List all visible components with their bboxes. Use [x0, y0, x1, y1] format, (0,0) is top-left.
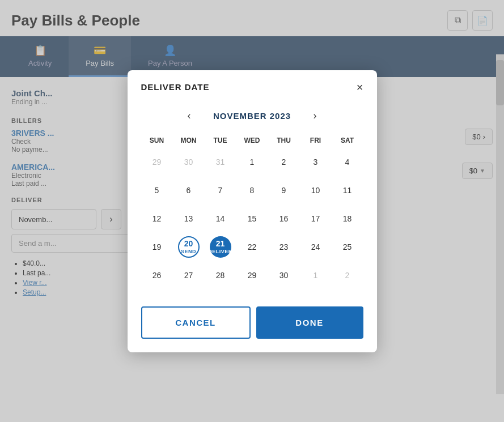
- day-18-cell[interactable]: 18: [337, 208, 358, 229]
- calendar-cell-w5d4: 29: [236, 261, 268, 289]
- calendar-cell-w5d3: 28: [205, 261, 236, 289]
- calendar-week-5: 262728293012: [141, 261, 363, 289]
- month-label: NOVEMBER 2023: [207, 111, 298, 121]
- calendar-cell-w4d3: 21DELIVER: [205, 233, 236, 261]
- day-27-cell[interactable]: 27: [178, 265, 200, 286]
- calendar-cell-w1d4: 1: [236, 148, 268, 176]
- day-30-cell[interactable]: 30: [273, 265, 295, 286]
- day-13-number: 13: [184, 214, 193, 223]
- calendar-cell-w2d1: 5: [141, 176, 173, 204]
- day-19-cell[interactable]: 19: [146, 236, 168, 258]
- next-month-button[interactable]: ›: [309, 108, 321, 124]
- day-2-cell[interactable]: 2: [273, 151, 295, 173]
- cancel-button[interactable]: CANCEL: [141, 306, 251, 339]
- day-30-number: 30: [279, 271, 289, 280]
- day-11-number: 11: [343, 186, 352, 195]
- calendar-cell-w4d7: 25: [332, 233, 363, 261]
- day-14-number: 14: [216, 214, 225, 223]
- day-16-number: 16: [279, 214, 289, 223]
- calendar-cell-w4d5: 23: [268, 233, 300, 261]
- calendar-cell-w3d7: 18: [332, 204, 363, 233]
- day-29-number: 29: [153, 157, 162, 167]
- calendar-cell-w4d2: 20SEND: [173, 233, 205, 261]
- day-24-cell[interactable]: 24: [305, 236, 327, 258]
- modal-close-button[interactable]: ×: [357, 82, 363, 93]
- day-30-number: 30: [184, 157, 193, 167]
- done-button[interactable]: DONE: [256, 306, 363, 339]
- calendar-cell-w2d7: 11: [332, 176, 363, 204]
- day-8-number: 8: [250, 186, 255, 195]
- day-15-number: 15: [248, 214, 257, 223]
- day-28-number: 28: [216, 271, 225, 280]
- day-31-number: 31: [216, 157, 225, 167]
- day-20-number: 20: [184, 239, 193, 248]
- calendar-cell-w2d4: 8: [236, 176, 268, 204]
- dow-sat: SAT: [332, 133, 363, 148]
- day-11-cell[interactable]: 11: [337, 180, 358, 201]
- calendar-cell-w3d3: 14: [205, 204, 236, 233]
- calendar-cell-w2d6: 10: [300, 176, 332, 204]
- day-10-number: 10: [311, 186, 320, 195]
- day-19-number: 19: [153, 242, 162, 252]
- calendar-header-row: SUN MON TUE WED THU FRI SAT: [141, 133, 363, 148]
- day-3-cell[interactable]: 3: [305, 151, 327, 173]
- day-6-cell[interactable]: 6: [178, 180, 200, 201]
- modal-body: ‹ NOVEMBER 2023 › SUN MON TUE WED THU FR…: [128, 102, 377, 301]
- day-15-cell[interactable]: 15: [242, 208, 263, 229]
- day-21-cell[interactable]: 21DELIVER: [210, 236, 231, 258]
- day-30-cell[interactable]: 30: [178, 151, 200, 173]
- day-12-cell[interactable]: 12: [146, 208, 168, 229]
- day-21-number: 21: [216, 239, 225, 248]
- day-2-number: 2: [282, 157, 286, 167]
- day-23-number: 23: [279, 242, 289, 252]
- day-22-cell[interactable]: 22: [242, 236, 263, 258]
- day-1-number: 1: [314, 271, 318, 280]
- day-29-number: 29: [248, 271, 257, 280]
- day-17-cell[interactable]: 17: [305, 208, 327, 229]
- day-25-cell[interactable]: 25: [337, 236, 358, 258]
- day-16-cell[interactable]: 16: [273, 208, 295, 229]
- day-4-cell[interactable]: 4: [337, 151, 358, 173]
- dow-fri: FRI: [300, 133, 332, 148]
- day-8-cell[interactable]: 8: [242, 180, 263, 201]
- day-10-cell[interactable]: 10: [305, 180, 327, 201]
- prev-month-button[interactable]: ‹: [183, 108, 196, 124]
- day-2-number: 2: [345, 271, 350, 280]
- day-1-cell[interactable]: 1: [305, 265, 327, 286]
- day-1-cell[interactable]: 1: [242, 151, 263, 173]
- calendar-cell-w4d1: 19: [141, 233, 173, 261]
- day-14-cell[interactable]: 14: [210, 208, 231, 229]
- day-18-number: 18: [343, 214, 352, 223]
- dow-tue: TUE: [205, 133, 236, 148]
- calendar-week-2: 567891011: [141, 176, 363, 204]
- day-28-cell[interactable]: 28: [210, 265, 231, 286]
- day-1-number: 1: [250, 157, 255, 167]
- day-13-cell[interactable]: 13: [178, 208, 200, 229]
- calendar-cell-w5d6: 1: [300, 261, 332, 289]
- day-29-cell[interactable]: 29: [146, 151, 168, 173]
- day-5-cell[interactable]: 5: [146, 180, 168, 201]
- day-9-cell[interactable]: 9: [273, 180, 295, 201]
- calendar-cell-w5d1: 26: [141, 261, 173, 289]
- day-31-cell[interactable]: 31: [210, 151, 231, 173]
- day-7-number: 7: [218, 186, 223, 195]
- day-12-number: 12: [153, 214, 162, 223]
- day-25-number: 25: [343, 242, 352, 252]
- calendar-cell-w5d5: 30: [268, 261, 300, 289]
- day-3-number: 3: [314, 157, 318, 167]
- dow-sun: SUN: [141, 133, 173, 148]
- dow-wed: WED: [236, 133, 268, 148]
- calendar-cell-w3d2: 13: [173, 204, 205, 233]
- day-29-cell[interactable]: 29: [242, 265, 263, 286]
- calendar-cell-w1d2: 30: [173, 148, 205, 176]
- calendar-cell-w3d5: 16: [268, 204, 300, 233]
- day-20-cell[interactable]: 20SEND: [178, 236, 200, 258]
- calendar-cell-w1d5: 2: [268, 148, 300, 176]
- calendar-grid: SUN MON TUE WED THU FRI SAT 293031123456…: [141, 133, 363, 289]
- dow-mon: MON: [173, 133, 205, 148]
- day-23-cell[interactable]: 23: [273, 236, 295, 258]
- day-26-cell[interactable]: 26: [146, 265, 168, 286]
- day-7-cell[interactable]: 7: [210, 180, 231, 201]
- day-2-cell[interactable]: 2: [337, 265, 358, 286]
- calendar-nav: ‹ NOVEMBER 2023 ›: [141, 108, 363, 124]
